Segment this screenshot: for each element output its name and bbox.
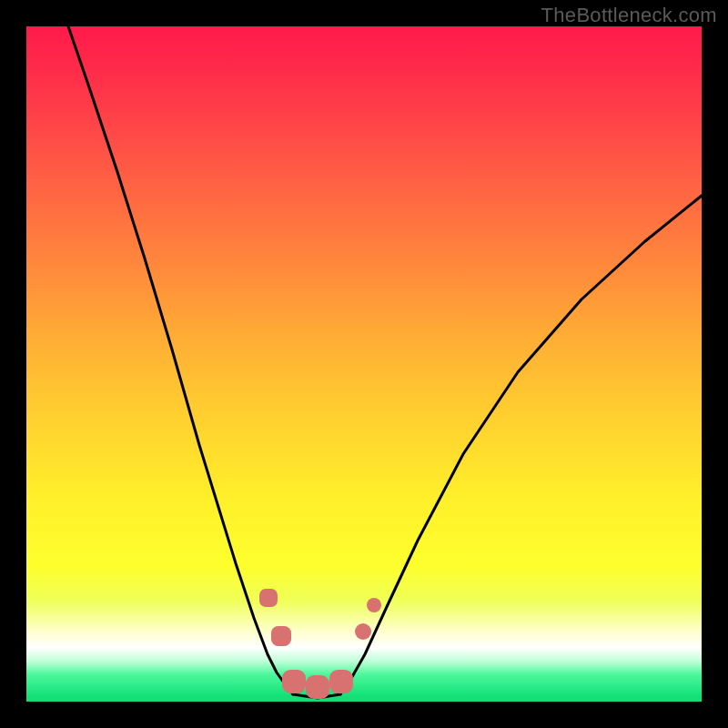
- watermark-label: TheBottleneck.com: [541, 4, 717, 27]
- heatmap-gradient: [26, 26, 702, 702]
- chart-frame: TheBottleneck.com: [0, 0, 728, 728]
- plot-area: [26, 26, 702, 702]
